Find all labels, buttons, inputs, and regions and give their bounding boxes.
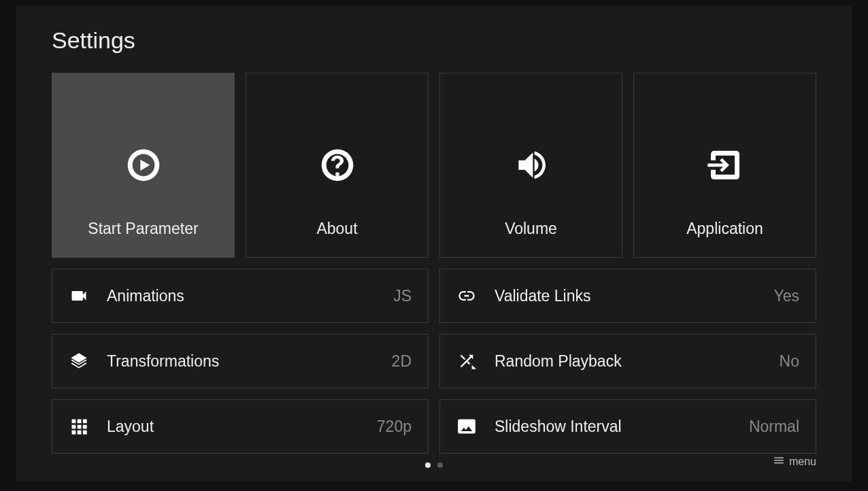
video-icon — [69, 286, 89, 306]
volume-icon — [512, 146, 550, 184]
row-label: Random Playback — [495, 352, 780, 371]
settings-list: Animations JS Validate Links Yes Transfo… — [52, 269, 816, 454]
row-value: 720p — [377, 418, 412, 436]
menu-button[interactable]: menu — [773, 454, 816, 469]
grid-icon — [69, 416, 89, 437]
tile-application[interactable]: Application — [633, 73, 816, 258]
tiles-row: Start Parameter About Volume Application — [52, 73, 816, 258]
image-icon — [456, 416, 477, 437]
tile-about[interactable]: About — [246, 73, 429, 258]
page-title: Settings — [52, 27, 816, 54]
exit-to-app-icon — [706, 146, 744, 184]
help-circle-icon — [318, 146, 356, 184]
row-value: Yes — [773, 287, 799, 305]
row-animations[interactable]: Animations JS — [52, 269, 429, 323]
row-label: Slideshow Interval — [495, 418, 749, 436]
menu-label: menu — [789, 456, 816, 468]
tile-label: Volume — [505, 220, 557, 238]
settings-panel: Settings Start Parameter About Volume Ap… — [16, 5, 852, 481]
tile-label: About — [316, 220, 357, 238]
row-label: Validate Links — [495, 287, 773, 305]
shuffle-icon — [456, 351, 477, 371]
row-slideshow-interval[interactable]: Slideshow Interval Normal — [439, 399, 816, 454]
row-value: 2D — [392, 352, 412, 371]
row-random-playback[interactable]: Random Playback No — [439, 334, 816, 388]
row-value: Normal — [749, 418, 799, 436]
row-label: Animations — [107, 287, 393, 305]
tile-start-parameter[interactable]: Start Parameter — [52, 73, 235, 258]
pager-dot-2[interactable] — [437, 462, 443, 468]
menu-icon — [773, 454, 785, 469]
link-icon — [456, 286, 477, 306]
play-circle-icon — [124, 146, 163, 184]
tile-volume[interactable]: Volume — [439, 73, 622, 258]
row-value: JS — [393, 287, 412, 305]
row-label: Layout — [107, 418, 377, 436]
pager — [425, 462, 443, 468]
pager-dot-1[interactable] — [425, 462, 431, 468]
layers-icon — [69, 351, 89, 371]
row-transformations[interactable]: Transformations 2D — [52, 334, 429, 388]
tile-label: Application — [686, 220, 763, 238]
row-layout[interactable]: Layout 720p — [52, 399, 429, 454]
tile-label: Start Parameter — [88, 220, 198, 238]
row-label: Transformations — [107, 352, 392, 371]
row-value: No — [780, 352, 799, 371]
row-validate-links[interactable]: Validate Links Yes — [439, 269, 816, 323]
